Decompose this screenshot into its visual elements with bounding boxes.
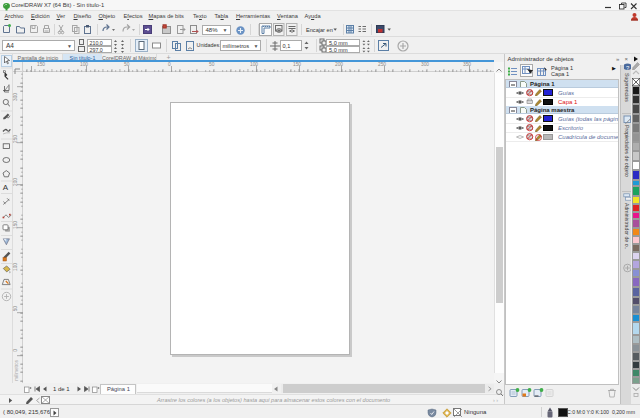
- svg-text:A: A: [3, 183, 9, 192]
